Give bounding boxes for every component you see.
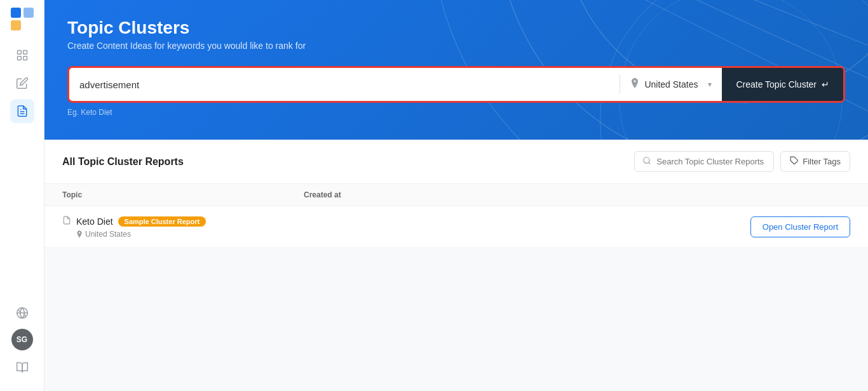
sidebar-item-globe[interactable] [10, 301, 34, 325]
topic-cell: Keto Diet Sample Cluster Report United S… [62, 215, 304, 239]
open-cluster-report-button[interactable]: Open Cluster Report [750, 216, 850, 237]
page-subtitle: Create Content Ideas for keywords you wo… [67, 41, 845, 51]
sidebar-item-document[interactable] [10, 99, 34, 123]
sidebar-item-edit[interactable] [10, 71, 34, 95]
create-button-label: Create Topic Cluster [736, 79, 817, 89]
reports-actions: Filter Tags [634, 151, 850, 172]
location-pin-icon [630, 78, 639, 91]
column-created-at: Created at [304, 190, 850, 199]
svg-point-17 [644, 157, 649, 163]
search-hint: Eg. Keto Diet [67, 108, 845, 117]
page-title: Topic Clusters [67, 18, 845, 38]
location-dropdown[interactable]: United States ▾ [620, 78, 722, 91]
create-topic-cluster-button[interactable]: Create Topic Cluster ↵ [722, 68, 843, 101]
action-cell: Open Cluster Report [750, 216, 850, 237]
dropdown-arrow-icon: ▾ [708, 80, 712, 89]
sample-badge: Sample Cluster Report [118, 216, 207, 227]
filter-tags-button[interactable]: Filter Tags [780, 151, 850, 172]
enter-icon: ↵ [822, 79, 829, 89]
table-row: Keto Diet Sample Cluster Report United S… [44, 206, 868, 248]
svg-rect-6 [23, 56, 27, 60]
svg-rect-5 [17, 56, 21, 60]
sidebar: SG [0, 0, 44, 391]
search-icon [642, 156, 651, 167]
search-reports-field[interactable] [634, 151, 774, 172]
svg-line-18 [649, 162, 651, 164]
content-area: All Topic Cluster Reports [44, 140, 868, 391]
filter-tags-label: Filter Tags [803, 157, 841, 166]
search-reports-input[interactable] [656, 157, 766, 166]
column-topic: Topic [62, 190, 304, 199]
document-row-icon [62, 215, 71, 227]
sidebar-item-book[interactable] [10, 355, 34, 380]
main-content: Topic Clusters Create Content Ideas for … [44, 0, 868, 391]
user-avatar[interactable]: SG [11, 329, 33, 350]
topic-search-bar: United States ▾ Create Topic Cluster ↵ [67, 66, 845, 103]
row-location-label: United States [85, 230, 131, 239]
topic-location: United States [76, 230, 304, 239]
tag-icon [790, 156, 799, 167]
svg-rect-4 [23, 51, 27, 55]
table-header: Topic Created at [44, 184, 868, 206]
topic-name-row: Keto Diet Sample Cluster Report [62, 215, 304, 227]
location-label: United States [644, 79, 703, 89]
topic-name: Keto Diet [76, 216, 113, 227]
reports-panel: All Topic Cluster Reports [44, 140, 868, 248]
svg-rect-1 [24, 8, 34, 18]
hero-section: Topic Clusters Create Content Ideas for … [44, 0, 868, 140]
svg-rect-0 [11, 8, 21, 18]
app-logo[interactable] [11, 8, 34, 30]
reports-header: All Topic Cluster Reports [44, 140, 868, 184]
reports-section-title: All Topic Cluster Reports [62, 156, 184, 168]
svg-rect-3 [17, 51, 21, 55]
topic-input[interactable] [69, 70, 620, 99]
svg-rect-2 [11, 20, 21, 30]
sidebar-item-grid[interactable] [10, 43, 34, 67]
